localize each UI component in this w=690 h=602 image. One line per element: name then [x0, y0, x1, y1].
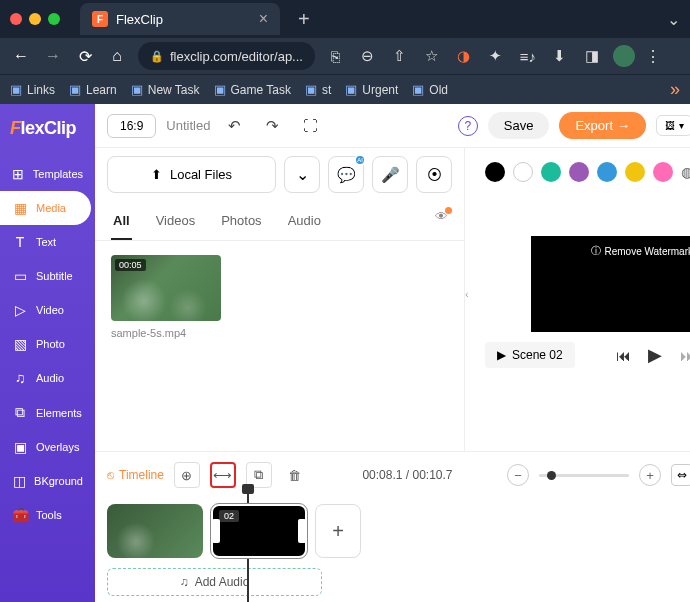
zoom-icon[interactable]: ⊖ [357, 47, 379, 65]
color-swatch-purple[interactable] [569, 162, 589, 182]
color-swatch-pink[interactable] [653, 162, 673, 182]
color-swatch-teal[interactable] [541, 162, 561, 182]
bookmark-links[interactable]: ▣Links [10, 82, 55, 97]
zoom-slider-thumb[interactable] [547, 471, 556, 480]
collapse-panel-icon[interactable]: ‹ [465, 288, 469, 300]
browser-tab[interactable]: F FlexClip × [80, 3, 280, 35]
previous-scene-button[interactable]: ⏮ [613, 347, 633, 364]
extensions-puzzle-icon[interactable]: ✦ [485, 47, 507, 65]
window-close-button[interactable] [10, 13, 22, 25]
extension-icon-1[interactable]: ◑ [453, 47, 475, 65]
fullscreen-icon[interactable]: ⛶ [296, 117, 324, 134]
scene-selector[interactable]: ▶Scene 02 [485, 342, 575, 368]
bookmark-old[interactable]: ▣Old [412, 82, 448, 97]
tabs-overflow-icon[interactable]: ⌄ [667, 10, 680, 29]
document-name[interactable]: Untitled [166, 118, 210, 133]
sidebar-item-background[interactable]: ◫BKground [0, 464, 95, 498]
redo-button[interactable]: ↷ [258, 117, 286, 135]
hide-used-toggle[interactable]: 👁 [435, 209, 448, 240]
play-icon: ▶ [497, 348, 506, 362]
export-button[interactable]: Export→ [559, 112, 646, 139]
sidebar-item-tools[interactable]: 🧰Tools [0, 498, 95, 532]
bookmark-learn[interactable]: ▣Learn [69, 82, 117, 97]
delete-clip-button[interactable]: 🗑 [282, 462, 308, 488]
browser-menu-icon[interactable]: ⋮ [645, 47, 661, 66]
media-tab-photos[interactable]: Photos [219, 209, 263, 240]
audio-icon: ♫ [12, 370, 28, 386]
chevron-down-icon: ▾ [679, 120, 684, 131]
add-scene-button[interactable]: ⊕ [174, 462, 200, 488]
folder-icon: ▣ [214, 82, 226, 97]
aspect-ratio-selector[interactable]: 16:9 [107, 114, 156, 138]
color-swatch-blue[interactable] [597, 162, 617, 182]
home-button[interactable]: ⌂ [106, 47, 128, 65]
play-button[interactable]: ▶ [645, 344, 665, 366]
bookmark-new-task[interactable]: ▣New Task [131, 82, 200, 97]
remove-watermark-button[interactable]: ⓘRemove Watermark [591, 244, 690, 258]
bookmark-star-icon[interactable]: ☆ [421, 47, 443, 65]
forward-button[interactable]: → [42, 47, 64, 65]
sidebar-item-media[interactable]: ▦Media [0, 191, 91, 225]
next-scene-button[interactable]: ⏭ [677, 347, 690, 364]
sidebar-item-subtitle[interactable]: ▭Subtitle [0, 259, 95, 293]
zoom-slider[interactable] [539, 474, 629, 477]
sidebar-item-overlays[interactable]: ▣Overlays [0, 430, 95, 464]
bookmark-urgent[interactable]: ▣Urgent [345, 82, 398, 97]
window-minimize-button[interactable] [29, 13, 41, 25]
sidebar-item-audio[interactable]: ♫Audio [0, 361, 95, 395]
sidebar-item-templates[interactable]: ⊞Templates [0, 157, 95, 191]
timeline-timecode: 00:08.1 / 00:10.7 [362, 468, 452, 482]
reload-button[interactable]: ⟳ [74, 47, 96, 66]
window-maximize-button[interactable] [48, 13, 60, 25]
address-bar[interactable]: 🔒 flexclip.com/editor/ap... [138, 42, 315, 70]
sidebar-item-video[interactable]: ▷Video [0, 293, 95, 327]
media-tab-videos[interactable]: Videos [154, 209, 198, 240]
media-tab-audio[interactable]: Audio [286, 209, 323, 240]
sidebar-item-text[interactable]: TText [0, 225, 95, 259]
timeline-label: ⎋Timeline [107, 468, 164, 482]
elements-icon: ⧉ [12, 404, 28, 421]
color-swatch-yellow[interactable] [625, 162, 645, 182]
record-screen-button[interactable]: ⦿ [416, 156, 452, 193]
back-button[interactable]: ← [10, 47, 32, 65]
video-preview[interactable]: ⓘRemove Watermark [531, 236, 690, 332]
playlist-icon[interactable]: ≡♪ [517, 48, 539, 65]
sidebar-item-photo[interactable]: ▧Photo [0, 327, 95, 361]
new-tab-button[interactable]: + [298, 8, 310, 31]
timeline-clip-2[interactable]: 02 [211, 504, 307, 558]
profile-avatar[interactable] [613, 45, 635, 67]
bookmark-game-task[interactable]: ▣Game Task [214, 82, 291, 97]
bookmarks-overflow-icon[interactable]: » [670, 79, 680, 100]
upload-local-files-button[interactable]: ⬆Local Files [107, 156, 276, 193]
media-thumbnail[interactable]: 00:05 sample-5s.mp4 [111, 255, 221, 339]
zoom-in-button[interactable]: + [639, 464, 661, 486]
bookmark-st[interactable]: ▣st [305, 82, 331, 97]
record-audio-button[interactable]: 🎤 [372, 156, 408, 193]
undo-button[interactable]: ↶ [220, 117, 248, 135]
install-app-icon[interactable]: ⎘ [325, 48, 347, 65]
color-swatch-black[interactable] [485, 162, 505, 182]
downloads-icon[interactable]: ⬇ [549, 47, 571, 65]
zoom-out-button[interactable]: − [507, 464, 529, 486]
clip-trim-handle-left[interactable] [212, 519, 220, 543]
zoom-fit-button[interactable]: ⇔ [671, 464, 690, 486]
add-audio-track[interactable]: ♫Add Audio [107, 568, 322, 596]
ai-chat-button[interactable]: 💬AI [328, 156, 364, 193]
clip-trim-handle-right[interactable] [298, 519, 306, 543]
save-button[interactable]: Save [488, 112, 550, 139]
paint-bucket-icon[interactable]: ◍ [681, 164, 690, 180]
timeline-clip-1[interactable] [107, 504, 203, 558]
sidepanel-icon[interactable]: ◨ [581, 47, 603, 65]
timeline-icon: ⎋ [107, 468, 114, 482]
share-icon[interactable]: ⇧ [389, 47, 411, 65]
help-icon[interactable]: ? [458, 116, 478, 136]
add-clip-button[interactable]: + [315, 504, 361, 558]
split-clip-button[interactable]: ⟷ [210, 462, 236, 488]
sidebar-item-elements[interactable]: ⧉Elements [0, 395, 95, 430]
close-tab-icon[interactable]: × [259, 10, 268, 28]
color-swatch-white[interactable] [513, 162, 533, 182]
media-tab-all[interactable]: All [111, 209, 132, 240]
more-menu-button[interactable]: 🖼▾ [656, 115, 690, 136]
media-icon: ▦ [12, 200, 28, 216]
upload-options-button[interactable]: ⌄ [284, 156, 320, 193]
